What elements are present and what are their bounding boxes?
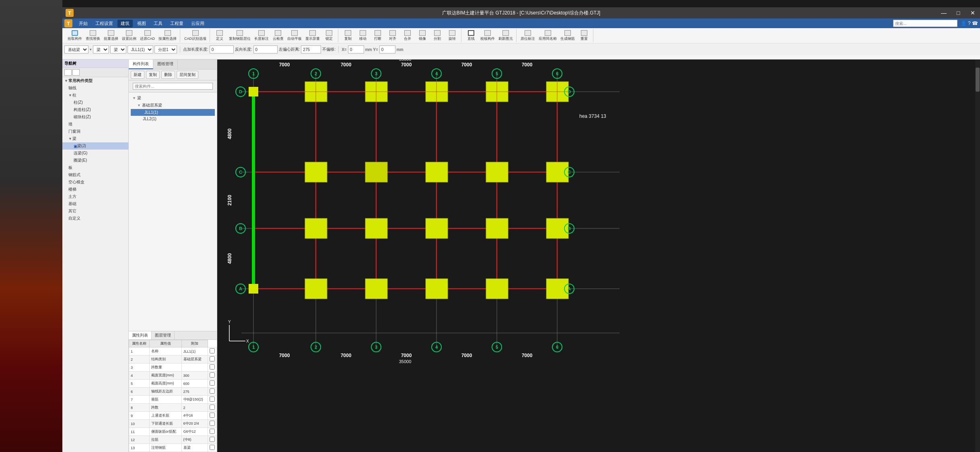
component-select[interactable]: JLL1(1): [128, 45, 153, 53]
nav-struct-col[interactable]: 构造柱(Z): [62, 106, 128, 113]
cad-viewport[interactable]: 1 2 3 4 5 6 1 2 3 4: [217, 60, 980, 452]
tree-jll2[interactable]: JLL2(1): [131, 116, 215, 122]
menu-tools[interactable]: 工具: [150, 20, 166, 27]
member-select[interactable]: 梁: [110, 45, 126, 53]
menu-engineering-settings[interactable]: 工程设置: [92, 20, 116, 27]
cell-value[interactable]: (中8): [181, 436, 208, 444]
extra-checkbox[interactable]: [210, 380, 215, 386]
extra-checkbox[interactable]: [210, 397, 215, 402]
extra-checkbox[interactable]: [210, 388, 215, 394]
menu-start[interactable]: 开始: [76, 20, 91, 27]
nav-beam-e[interactable]: 圈梁(E): [62, 157, 128, 164]
tab-layer-manage[interactable]: 图层管理: [152, 331, 175, 339]
extra-checkbox[interactable]: [210, 429, 215, 434]
copy-button[interactable]: 复制: [341, 29, 355, 42]
nav-foundation[interactable]: 基础: [62, 200, 128, 208]
tree-jll1[interactable]: JLL1(1): [131, 109, 215, 116]
nav-beam-j[interactable]: ▣ 梁(J): [62, 142, 128, 150]
find-replace-button[interactable]: 查找替换: [84, 29, 102, 42]
cell-value[interactable]: 275: [181, 388, 208, 396]
restore-cad-button[interactable]: 还原CAD: [138, 29, 156, 42]
extra-checkbox[interactable]: [210, 413, 215, 418]
new-component-button[interactable]: 新建: [131, 71, 144, 79]
tab-component-list[interactable]: 构件列表: [129, 60, 153, 69]
reverse-length-input[interactable]: [253, 45, 278, 53]
tab-drawing-manage[interactable]: 图纸管理: [153, 60, 178, 69]
nav-stair[interactable]: 楼梯: [62, 186, 128, 193]
nav-earthwork[interactable]: 土方: [62, 193, 128, 200]
define-button[interactable]: 定义: [212, 29, 227, 42]
menu-view[interactable]: 视图: [134, 20, 149, 27]
cell-value[interactable]: 中8@150(2): [181, 396, 208, 404]
length-mark-button[interactable]: 长度标注: [253, 29, 270, 42]
copy-rebar-button[interactable]: 复制钢筋层位: [227, 29, 252, 42]
cell-value[interactable]: 4中16: [181, 412, 208, 420]
extra-checkbox[interactable]: [210, 348, 215, 353]
extra-checkbox[interactable]: [210, 421, 215, 426]
tab-attr-list[interactable]: 属性列表: [129, 331, 152, 339]
nav-beam-g[interactable]: 连梁(G): [62, 150, 128, 157]
nav-beam[interactable]: ▼ 梁: [62, 135, 128, 142]
delete-component-button[interactable]: 删除: [161, 71, 175, 79]
attr-select-button[interactable]: 按属性选择: [157, 29, 178, 42]
layer-select[interactable]: 梁: [93, 45, 109, 53]
search-input[interactable]: [893, 20, 957, 27]
batch-select-button[interactable]: 批量选择: [102, 29, 120, 42]
list-view-btn[interactable]: [64, 69, 72, 76]
mirror-button[interactable]: 镜像: [415, 29, 430, 42]
cell-value[interactable]: G6中12: [181, 428, 208, 436]
component-search-input[interactable]: [133, 83, 213, 90]
pick-element-button[interactable]: 拾取构件: [66, 29, 84, 42]
nav-common-types[interactable]: ▼ 常用构件类型: [62, 77, 128, 84]
extra-checkbox[interactable]: [210, 372, 215, 378]
nav-rebar-style[interactable]: 钢筋式: [62, 171, 128, 179]
line-button[interactable]: 直线: [464, 29, 478, 42]
menu-architecture[interactable]: 建筑: [117, 20, 133, 27]
nav-custom[interactable]: 自定义: [62, 215, 128, 222]
cell-value[interactable]: JLL1(1): [181, 347, 208, 355]
show-diff-button[interactable]: 显示异量: [304, 29, 321, 42]
nav-column-z[interactable]: 柱(Z): [62, 99, 128, 106]
extra-checkbox[interactable]: [210, 437, 215, 442]
extra-checkbox[interactable]: [210, 364, 215, 370]
floor-select[interactable]: 分层1: [154, 45, 177, 53]
category-select[interactable]: 基础梁: [64, 45, 89, 53]
cloud-check-button[interactable]: 云检查: [271, 29, 285, 42]
x-input[interactable]: [348, 45, 364, 53]
extra-checkbox[interactable]: [210, 405, 215, 410]
gen-rebar-button[interactable]: 生成钢筋: [559, 29, 576, 42]
split-button[interactable]: 分割: [430, 29, 445, 42]
cell-value[interactable]: 600: [181, 380, 208, 388]
cell-value[interactable]: [181, 364, 208, 372]
cell-value[interactable]: 6中20 2/4: [181, 420, 208, 428]
minimize-button[interactable]: —: [937, 7, 951, 18]
y-input[interactable]: [379, 45, 395, 53]
original-mark-button[interactable]: 原位标注: [519, 29, 537, 42]
apply-same-button[interactable]: 应用同名称: [537, 29, 558, 42]
cell-value[interactable]: 2: [181, 404, 208, 412]
rotate-button[interactable]: 旋转: [445, 29, 459, 42]
refresh-button[interactable]: 刷新图元: [497, 29, 515, 42]
nav-hollow-box[interactable]: 空心模盒: [62, 179, 128, 186]
break-button[interactable]: 打断: [371, 29, 385, 42]
nav-slab[interactable]: 板: [62, 164, 128, 171]
menu-engineering-qty[interactable]: 工程量: [167, 20, 187, 27]
nav-wall[interactable]: 墙: [62, 121, 128, 128]
nav-axis[interactable]: 轴线: [62, 84, 128, 92]
maximize-button[interactable]: □: [951, 7, 966, 18]
auto-slab-button[interactable]: 自动平板: [286, 29, 303, 42]
left-offset-input[interactable]: [301, 45, 321, 53]
copy-component-button[interactable]: 复制: [146, 71, 160, 79]
extra-checkbox[interactable]: [210, 356, 215, 362]
floor-copy-button[interactable]: 层间复制: [177, 71, 198, 79]
reset-button[interactable]: 重置: [577, 29, 591, 42]
user-icon[interactable]: 👤 ? ☎: [961, 21, 978, 26]
nav-column[interactable]: ▼ 柱: [62, 92, 128, 99]
point-length-input[interactable]: [210, 45, 234, 53]
align-button[interactable]: 对齐: [385, 29, 400, 42]
viewport-scrollbar-v[interactable]: [975, 60, 980, 452]
cell-value[interactable]: 300: [181, 372, 208, 380]
cad-options-button[interactable]: CAD识别选项: [183, 29, 208, 42]
set-scale-button[interactable]: 设置比例: [120, 29, 138, 42]
check-elem-button[interactable]: 校核构件: [479, 29, 496, 42]
